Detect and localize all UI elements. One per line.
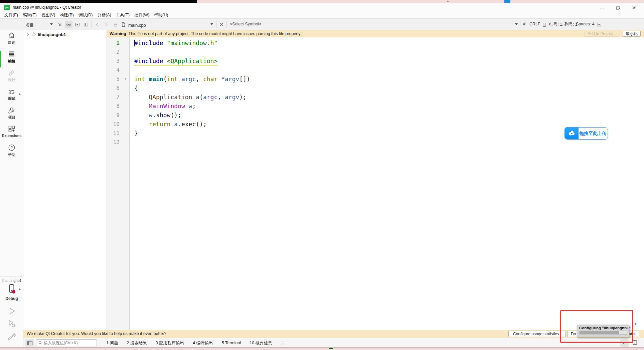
- menu-view[interactable]: 视图(V): [39, 12, 58, 18]
- busy-spinner-icon: [31, 32, 36, 37]
- pane-terminal[interactable]: 5 Terminal: [222, 341, 241, 345]
- configure-usage-statistics-button[interactable]: Configure usage statistics..: [508, 331, 566, 337]
- pane-compile-output[interactable]: 4 编译输出: [193, 340, 213, 346]
- statusbar-separator: [101, 340, 101, 346]
- code-editor[interactable]: 1#include "mainwindow.h"23#include <QApp…: [107, 37, 639, 330]
- warning-text: : This file is not part of any project. …: [126, 31, 302, 36]
- desktop-bottom-strip: [0, 347, 644, 350]
- open-document-selector[interactable]: main.cpp: [128, 22, 146, 28]
- sidebar-item-label: 调试: [8, 96, 15, 101]
- sidebar-item-debug[interactable]: 调试: [0, 88, 23, 105]
- build-button[interactable]: [0, 332, 23, 342]
- project-pane-selector[interactable]: 项目: [25, 22, 34, 28]
- sidebar-item-help[interactable]: ? 帮助: [0, 144, 23, 161]
- sidebar-item-label: 编辑: [8, 59, 15, 64]
- indentation-indicator[interactable]: Spaces: 4: [576, 22, 595, 26]
- sidebar-divider: [0, 277, 23, 277]
- desktop-blue-fragment: [504, 0, 510, 3]
- run-button[interactable]: [0, 306, 23, 316]
- pane-summary[interactable]: 10 概要信息: [250, 340, 272, 346]
- desktop-black-strip: [0, 0, 197, 3]
- netdisk-logo-icon: [565, 127, 579, 139]
- warning-message: Warning: This file is not part of any pr…: [107, 31, 301, 36]
- symbol-selector[interactable]: <Select Symbol>: [230, 22, 262, 26]
- status-bar: 1 问题 2 搜索结果 3 应用程序输出 4 编译输出 5 Terminal 1…: [23, 338, 644, 347]
- sidebar-item-edit[interactable]: 编辑: [0, 50, 23, 67]
- go-back-icon[interactable]: [94, 21, 101, 28]
- menu-debug[interactable]: 调试(D): [76, 12, 95, 18]
- line-ending-indicator[interactable]: CRLF: [529, 22, 540, 26]
- pane-search-results[interactable]: 2 搜索结果: [127, 340, 147, 346]
- sidebar-item-label: Extensions: [2, 134, 22, 138]
- cursor-position-indicator[interactable]: 行号: 1, 列号: 1: [549, 22, 578, 27]
- sidebar-item-label: 欢迎: [8, 40, 15, 45]
- pane-issues[interactable]: 1 问题: [106, 340, 118, 346]
- link-with-editor-icon[interactable]: [65, 21, 72, 28]
- wrench-icon: [8, 106, 16, 114]
- toolbar-separator: [91, 21, 92, 28]
- chevron-right-icon[interactable]: [26, 33, 30, 36]
- home-icon: [8, 31, 16, 39]
- debug-flyout-arrow-icon[interactable]: ▸: [19, 92, 21, 96]
- menu-bar: 文件(F) 编辑(E) 视图(V) 构建(B) 调试(D) 分析(A) 工具(T…: [0, 12, 644, 18]
- device-phone-icon: [6, 283, 17, 295]
- restore-icon: [616, 5, 620, 10]
- menu-file[interactable]: 文件(F): [2, 12, 20, 18]
- sidebar-item-extensions[interactable]: Extensions: [0, 125, 23, 142]
- locator-search-box[interactable]: [36, 339, 97, 346]
- menu-build[interactable]: 构建(B): [57, 12, 76, 18]
- locator-search-input[interactable]: [44, 341, 94, 345]
- window-title: main.cpp @ lihuiqiangnb1 - Qt Creator: [13, 5, 81, 10]
- bug-icon: [8, 88, 16, 96]
- document-properties-icon[interactable]: [540, 21, 548, 28]
- kit-project-name: lihui...ngnb1: [0, 279, 23, 283]
- toolbar-separator: [226, 21, 227, 28]
- toggle-left-panel-button[interactable]: [25, 339, 34, 347]
- sidebar-item-label: 帮助: [8, 152, 15, 157]
- project-tree-root-row[interactable]: lihuiqiangnb1: [23, 31, 107, 38]
- title-bar: QC main.cpp @ lihuiqiangnb1 - Qt Creator…: [0, 3, 644, 12]
- output-pane-buttons: 1 问题 2 搜索结果 3 应用程序输出 4 编译输出 5 Terminal 1…: [106, 338, 285, 348]
- editor-warning-bar: Warning: This file is not part of any pr…: [107, 30, 644, 37]
- menu-analyze[interactable]: 分析(A): [95, 12, 114, 18]
- minimize-window-button[interactable]: —: [597, 4, 608, 11]
- toolbar-separator: [216, 21, 217, 28]
- pane-selector-arrows-icon[interactable]: [281, 341, 285, 345]
- sidebar-item-projects[interactable]: 项目: [0, 106, 23, 124]
- debug-run-button[interactable]: [0, 319, 23, 329]
- project-pane-dropdown-arrow[interactable]: [50, 23, 53, 25]
- pane-application-output[interactable]: 3 应用程序输出: [156, 340, 184, 346]
- scrollbar-down-arrow-icon[interactable]: ▼: [633, 321, 638, 326]
- close-sidebar-icon[interactable]: [82, 21, 90, 28]
- split-add-icon[interactable]: [73, 21, 81, 28]
- edit-lines-icon: [8, 50, 16, 58]
- menu-edit[interactable]: 编辑(E): [20, 12, 39, 18]
- go-forward-icon[interactable]: [102, 21, 110, 28]
- add-to-project-button[interactable]: Add to Project...: [585, 31, 619, 37]
- menu-help[interactable]: 帮助(H): [152, 12, 170, 18]
- run-icon: [7, 306, 17, 316]
- sidebar-item-welcome[interactable]: 欢迎: [0, 31, 23, 49]
- debug-run-icon: [7, 319, 17, 329]
- kit-flyout-arrow-icon[interactable]: ▸: [19, 287, 21, 291]
- menu-tools[interactable]: 工具(T): [114, 12, 132, 18]
- menu-widgets[interactable]: 控件(W): [132, 12, 152, 18]
- cpp-file-icon: C+: [120, 21, 127, 28]
- minimize-warning-button[interactable]: 最小化: [623, 31, 641, 37]
- code-lines[interactable]: 1#include "mainwindow.h"23#include <QApp…: [107, 38, 628, 147]
- upload-drop-label: 拖拽至此上传: [579, 128, 608, 139]
- split-editor-icon[interactable]: [595, 21, 603, 28]
- symbol-dropdown-arrow[interactable]: [515, 23, 518, 25]
- feedback-info-bar: We make Qt Creator for you. Would you li…: [23, 330, 644, 338]
- close-window-button[interactable]: ✕: [629, 4, 639, 11]
- document-dropdown-arrow[interactable]: [210, 23, 213, 25]
- project-root-name: lihuiqiangnb1: [38, 32, 66, 37]
- lock-icon[interactable]: [112, 21, 119, 28]
- build-config-label: Debug: [0, 296, 23, 301]
- netdisk-upload-widget[interactable]: 拖拽至此上传: [565, 127, 608, 140]
- text-encoding-indicator[interactable]: #: [523, 22, 525, 26]
- close-document-icon[interactable]: ✕: [218, 21, 225, 28]
- sidebar-item-label: 设计: [8, 77, 15, 82]
- restore-window-button[interactable]: [613, 4, 623, 11]
- filter-icon[interactable]: [56, 21, 64, 28]
